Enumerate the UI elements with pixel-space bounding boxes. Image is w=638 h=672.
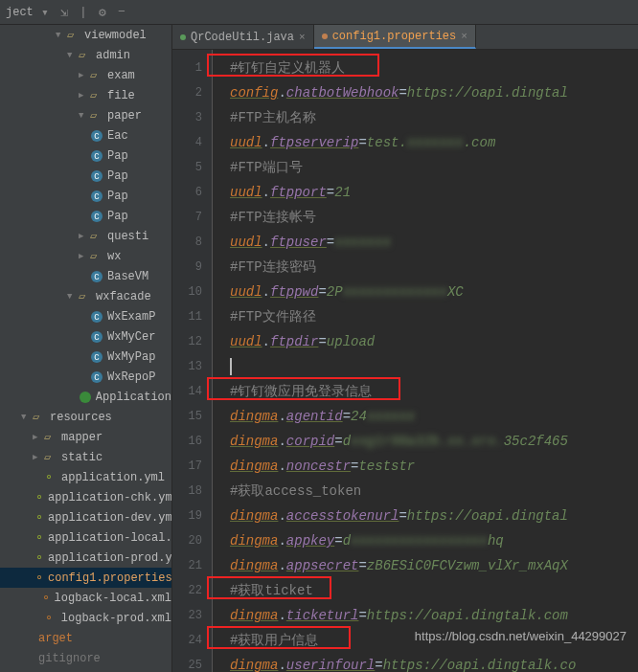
tree-item-WxExamP[interactable]: CWxExamP	[0, 306, 171, 326]
tree-item-Application[interactable]: Application	[0, 387, 171, 407]
gear-icon[interactable]: ⚙	[95, 5, 110, 20]
tree-item- Pap[interactable]: C Pap	[0, 206, 171, 226]
code-line-16[interactable]: dingma.corpid=dxxg1r98a32b.xx.xrx.35c2f4…	[230, 429, 638, 454]
tree-item-mapper[interactable]: ▶▱mapper	[0, 427, 171, 447]
code-line-21[interactable]: dingma.appsecret=zB6ESiC0FCVzwm_vlXr_mxA…	[230, 553, 638, 578]
close-icon[interactable]: ×	[461, 31, 467, 42]
code-line-17[interactable]: dingma.noncestr=teststr	[230, 454, 638, 479]
tree-arrow-icon[interactable]: ▶	[79, 70, 88, 80]
folder-icon: ▱	[79, 289, 92, 303]
code-line-3[interactable]: #FTP主机名称	[230, 105, 638, 130]
tab-label: QrCodeUtil.java	[191, 31, 294, 44]
tree-arrow-icon[interactable]: ▼	[21, 413, 31, 422]
code-line-10[interactable]: uudl.ftppwd=2PxxxxxxxxxxxxxXC	[230, 280, 638, 304]
tree-label: wxfacade	[96, 290, 151, 303]
folder-icon: ▱	[90, 108, 103, 123]
tree-arrow-icon[interactable]: ▶	[33, 452, 42, 462]
svg-text:C: C	[94, 373, 100, 383]
code-line-25[interactable]: dingma.userinfourl=https://oapi.dingtalk…	[230, 653, 638, 672]
line-number: 7	[172, 205, 202, 230]
line-number: 1	[172, 56, 202, 80]
tree-label: application-chk.yml	[48, 491, 172, 504]
tree-item-paper[interactable]: ▼▱paper	[0, 105, 171, 125]
tree-item-questi[interactable]: ▶▱questi	[0, 226, 171, 246]
tree-item-application-prod.yml[interactable]: ⚬application-prod.yml	[0, 548, 171, 568]
tree-arrow-icon[interactable]: ▼	[67, 292, 77, 302]
code-line-22[interactable]: #获取ticket	[230, 578, 638, 603]
code-line-11[interactable]: #FTP文件路径	[230, 304, 638, 329]
code-line-2[interactable]: config.chatbotWebhook=https://oapi.dingt…	[230, 80, 638, 105]
tab-QrCodeUtil.java[interactable]: QrCodeUtil.java×	[172, 25, 314, 49]
tree-item-gitignore[interactable]: gitignore	[0, 648, 171, 668]
tree-item-WxRepoP[interactable]: CWxRepoP	[0, 367, 171, 387]
tree-item-static[interactable]: ▶▱static	[0, 447, 171, 467]
tree-label: Eac	[107, 129, 128, 143]
tree-label: admin	[96, 49, 130, 62]
code-line-1[interactable]: #钉钉自定义机器人	[230, 56, 638, 80]
tree-arrow-icon[interactable]: ▼	[67, 51, 77, 60]
tree-label: paper	[107, 109, 142, 123]
collapse-icon[interactable]: ⇲	[57, 5, 72, 20]
tree-item-WxMyCer[interactable]: CWxMyCer	[0, 326, 171, 347]
tree-item-application.yml[interactable]: ⚬application.yml	[0, 467, 171, 487]
code-line-9[interactable]: #FTP连接密码	[230, 255, 638, 280]
tab-label: config1.properties	[332, 30, 457, 43]
dropdown-icon[interactable]: ▾	[37, 5, 53, 20]
code-line-7[interactable]: #FTP连接帐号	[230, 205, 638, 230]
xml-icon: ⚬	[41, 591, 51, 605]
tree-label: config1.properties	[48, 571, 172, 585]
tree-arrow-icon[interactable]: ▼	[56, 31, 65, 40]
code-line-15[interactable]: dingma.agentid=24xxxxxx	[230, 404, 638, 429]
divider-icon: |	[76, 5, 91, 20]
code-line-20[interactable]: dingma.appkey=dxxxxxxxxxxxxxxxxxhq	[230, 528, 638, 553]
tree-item-application-local.yml[interactable]: ⚬application-local.yml	[0, 527, 171, 548]
tree-label: application-dev.yml	[48, 511, 172, 525]
tree-label: wx	[107, 250, 121, 263]
close-icon[interactable]: ×	[299, 32, 306, 43]
tree-item-BaseVM[interactable]: CBaseVM	[0, 266, 171, 286]
tree-item-arget[interactable]: arget	[0, 628, 171, 648]
code-line-5[interactable]: #FTP端口号	[230, 155, 638, 180]
tree-item-resources[interactable]: ▼▱resources	[0, 407, 171, 427]
tree-item- Pap[interactable]: C Pap	[0, 146, 171, 166]
code-content[interactable]: #钉钉自定义机器人config.chatbotWebhook=https://o…	[213, 50, 638, 672]
tree-item-file[interactable]: ▶▱file	[0, 85, 171, 105]
code-line-14[interactable]: #钉钉微应用免登录信息	[230, 379, 638, 404]
tree-item-application-dev.yml[interactable]: ⚬application-dev.yml	[0, 507, 171, 527]
tree-item-admin[interactable]: ▼▱admin	[0, 45, 171, 65]
tree-arrow-icon[interactable]: ▶	[79, 231, 88, 241]
code-line-8[interactable]: uudl.ftpuser=xxxxxxx	[230, 230, 638, 255]
tree-item- Pap[interactable]: C Pap	[0, 166, 171, 186]
tab-config1.properties[interactable]: config1.properties×	[314, 25, 476, 49]
tree-item-viewmodel[interactable]: ▼▱viewmodel	[0, 25, 171, 45]
line-number: 4	[172, 130, 202, 155]
tree-item-WxMyPap[interactable]: CWxMyPap	[0, 347, 171, 367]
tree-item-wxfacade[interactable]: ▼▱wxfacade	[0, 286, 171, 306]
tree-item-nvnw[interactable]: nvnw	[0, 668, 171, 672]
editor[interactable]: 1234567891011121314151617181920212223242…	[172, 50, 638, 672]
tree-arrow-icon[interactable]: ▶	[79, 251, 88, 261]
code-line-18[interactable]: #获取access_token	[230, 479, 638, 504]
tree-item-config1.properties[interactable]: ⚬config1.properties	[0, 568, 171, 588]
minimize-icon[interactable]: −	[114, 5, 129, 20]
svg-text:C: C	[94, 313, 100, 323]
tree-arrow-icon[interactable]: ▶	[79, 90, 88, 101]
code-line-23[interactable]: dingma.ticketurl=https://oapi.dingtalk.c…	[230, 603, 638, 628]
code-line-12[interactable]: uudl.ftpdir=upload	[230, 329, 638, 354]
tree-item- Eac[interactable]: C Eac	[0, 125, 171, 146]
code-line-13[interactable]	[230, 354, 638, 379]
line-number: 11	[172, 304, 202, 329]
line-number: 9	[172, 255, 202, 280]
tree-item-wx[interactable]: ▶▱wx	[0, 246, 171, 266]
tree-arrow-icon[interactable]: ▼	[79, 111, 88, 121]
code-line-4[interactable]: uudl.ftpserverip=test.xxxxxxx.com	[230, 130, 638, 155]
project-tree[interactable]: ▼▱viewmodel▼▱admin▶▱exam▶▱file▼▱paperC E…	[0, 25, 172, 672]
tree-item-application-chk.yml[interactable]: ⚬application-chk.yml	[0, 487, 171, 507]
tree-item-exam[interactable]: ▶▱exam	[0, 65, 171, 85]
tree-arrow-icon[interactable]: ▶	[33, 432, 42, 442]
tree-item-logback-prod.xml[interactable]: ⚬logback-prod.xml	[0, 608, 171, 628]
tree-item-logback-local.xml[interactable]: ⚬logback-local.xml	[0, 588, 171, 608]
tree-item- Pap[interactable]: C Pap	[0, 186, 171, 206]
code-line-19[interactable]: dingma.accesstokenurl=https://oapi.dingt…	[230, 504, 638, 528]
code-line-6[interactable]: uudl.ftpport=21	[230, 180, 638, 205]
